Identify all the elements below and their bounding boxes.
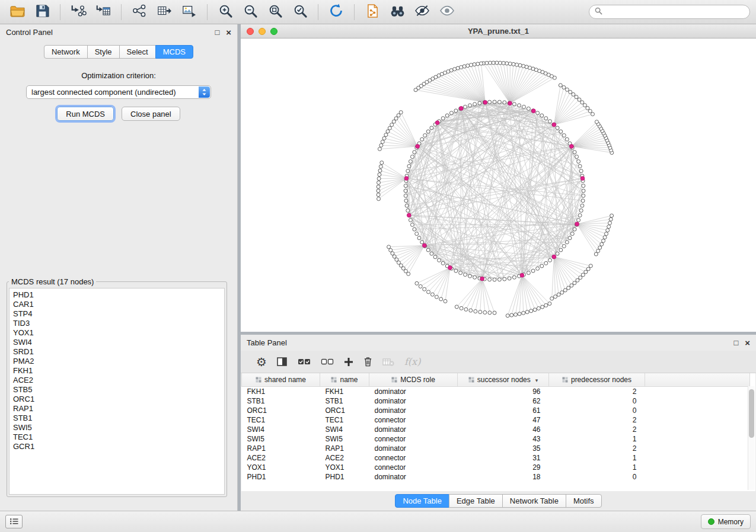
table-row[interactable]: ACE2ACE2connector311 [242,453,750,463]
table-tab-edge-table[interactable]: Edge Table [449,494,503,508]
close-panel-icon[interactable]: × [226,28,231,36]
mcds-result-item[interactable]: STB1 [13,414,221,423]
tab-style[interactable]: Style [87,45,120,59]
memory-button[interactable]: Memory [701,514,751,529]
cytoscape-app: Control Panel □ × NetworkStyleSelectMCDS… [0,0,756,532]
minimize-window-icon[interactable] [259,28,266,35]
table-row[interactable]: SWI4SWI4dominator462 [242,425,750,434]
network-window: YPA_prune.txt_1 [241,24,756,332]
export-document-button[interactable] [361,2,384,22]
search-binoculars-button[interactable] [386,2,409,22]
table-settings-gear-icon[interactable]: ⚙ [256,356,267,368]
save-session-button[interactable] [31,2,53,22]
mcds-result-item[interactable]: GCR1 [13,442,221,451]
search-input[interactable] [606,7,744,17]
mcds-result-item[interactable]: ORC1 [13,395,221,404]
table-row[interactable]: YOX1YOX1connector291 [242,463,750,472]
mcds-result-item[interactable]: SRD1 [13,347,221,357]
tab-select[interactable]: Select [119,45,156,59]
table-scrollbar[interactable] [748,386,755,490]
control-panel-tabs: NetworkStyleSelectMCDS [0,45,237,59]
optimization-criterion-label: Optimization criterion: [0,71,237,80]
network-window-titlebar[interactable]: YPA_prune.txt_1 [241,24,756,39]
mcds-result-item[interactable]: STB5 [13,385,221,395]
search-icon [595,7,602,17]
table-row[interactable]: FKH1FKH1dominator962 [242,387,750,397]
network-canvas[interactable] [241,39,756,332]
table-row[interactable]: SWI5SWI5connector431 [242,434,750,444]
node-table: shared namenameMCDS rolesuccessor nodes▾… [241,373,755,491]
close-panel-button[interactable]: Close panel [122,107,180,121]
control-panel-title: Control Panel [6,28,53,37]
table-row[interactable]: ORC1ORC1dominator610 [242,406,750,415]
export-table-button[interactable] [153,2,176,22]
zoom-out-button[interactable] [239,2,261,22]
delete-column-icon[interactable] [363,357,372,367]
network-search-box[interactable] [589,5,750,19]
table-tab-network-table[interactable]: Network Table [502,494,566,508]
hide-graphical-details-button[interactable] [436,2,458,22]
toolbar-separator [60,4,60,20]
float-panel-icon[interactable]: □ [215,28,219,36]
import-table-button[interactable] [92,2,114,22]
table-row[interactable]: PHD1PHD1dominator180 [242,472,750,482]
open-session-button[interactable] [6,2,28,22]
import-network-button[interactable] [67,2,90,22]
zoom-fit-button[interactable] [264,2,286,22]
mcds-result-item[interactable]: SWI4 [13,338,221,347]
list-icon [9,517,19,527]
main-toolbar [0,0,756,24]
mcds-result-item[interactable]: ACE2 [13,376,221,385]
show-panels-button[interactable] [5,515,23,528]
column-header-name[interactable]: name [320,373,369,387]
mcds-result-title: MCDS result (17 nodes) [9,277,96,286]
run-mcds-button[interactable]: Run MCDS [57,107,114,121]
mcds-result-item[interactable]: YOX1 [13,328,221,338]
create-column-icon[interactable] [344,357,353,367]
table-row[interactable]: STB1STB1dominator620 [242,396,750,406]
table-tab-node-table[interactable]: Node Table [395,494,449,508]
close-window-icon[interactable] [247,28,254,35]
close-table-panel-icon[interactable]: × [745,339,750,347]
mcds-result-item[interactable]: STP4 [13,309,221,319]
column-header-predecessor-nodes[interactable]: predecessor nodes [549,373,645,387]
mcds-result-item[interactable]: CAR1 [13,300,221,309]
mcds-result-item[interactable]: TEC1 [13,432,221,442]
export-image-button[interactable] [178,2,200,22]
table-panel-titlebar: Table Panel □ × [241,335,756,351]
float-table-panel-icon[interactable]: □ [733,339,738,347]
mcds-result-item[interactable]: PHD1 [13,290,221,300]
mcds-result-item[interactable]: FKH1 [13,366,221,376]
tab-mcds[interactable]: MCDS [155,45,193,59]
table-panel: Table Panel □ × ⚙ f(x) shared namenameM [241,335,756,511]
zoom-out-icon [243,4,258,21]
export-network-button[interactable] [128,2,151,22]
zoom-selected-button[interactable] [289,2,311,22]
network-window-title: YPA_prune.txt_1 [468,27,529,36]
memory-status-icon [708,518,714,525]
mcds-result-item[interactable]: PMA2 [13,357,221,366]
select-all-columns-icon[interactable] [298,358,311,366]
column-header-MCDS-role[interactable]: MCDS role [369,373,458,387]
column-header-successor-nodes[interactable]: successor nodes▾ [458,373,549,387]
mcds-result-item[interactable]: SWI5 [13,423,221,432]
mcds-result-item[interactable]: RAP1 [13,404,221,414]
table-tab-motifs[interactable]: Motifs [566,494,602,508]
table-row[interactable]: RAP1RAP1dominator352 [242,444,750,453]
eye-slash-icon [414,4,430,20]
criterion-dropdown[interactable]: largest connected component (undirected) [26,85,211,99]
tab-network[interactable]: Network [44,45,88,59]
unselect-all-columns-icon[interactable] [321,358,334,366]
column-header-shared-name[interactable]: shared name [242,373,320,387]
maximize-window-icon[interactable] [270,28,277,35]
refresh-view-button[interactable] [325,2,347,22]
mcds-result-list[interactable]: PHD1CAR1STP4TID3YOX1SWI4SRD1PMA2FKH1ACE2… [9,288,225,495]
mcds-result-item[interactable]: TID3 [13,319,221,328]
zoom-in-button[interactable] [214,2,237,22]
show-graphical-details-button[interactable] [411,2,433,22]
toolbar-separator [207,4,208,20]
table-row[interactable]: TEC1TEC1connector472 [242,415,750,425]
show-columns-icon[interactable] [277,357,288,367]
sort-chevron-icon: ▾ [535,377,538,383]
scrollbar-thumb[interactable] [749,389,754,438]
